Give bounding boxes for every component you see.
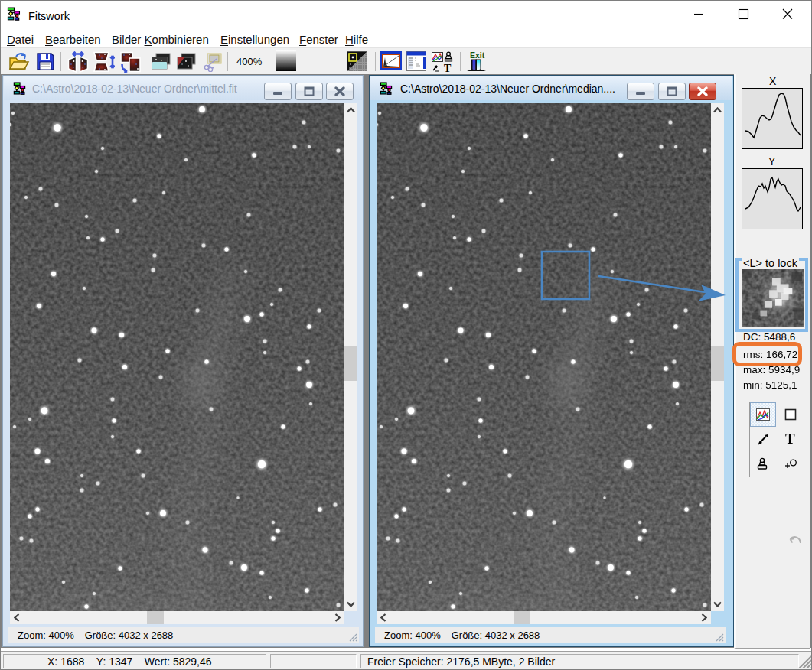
svg-text:Exit: Exit [470, 51, 485, 60]
svg-text:T: T [444, 63, 452, 73]
